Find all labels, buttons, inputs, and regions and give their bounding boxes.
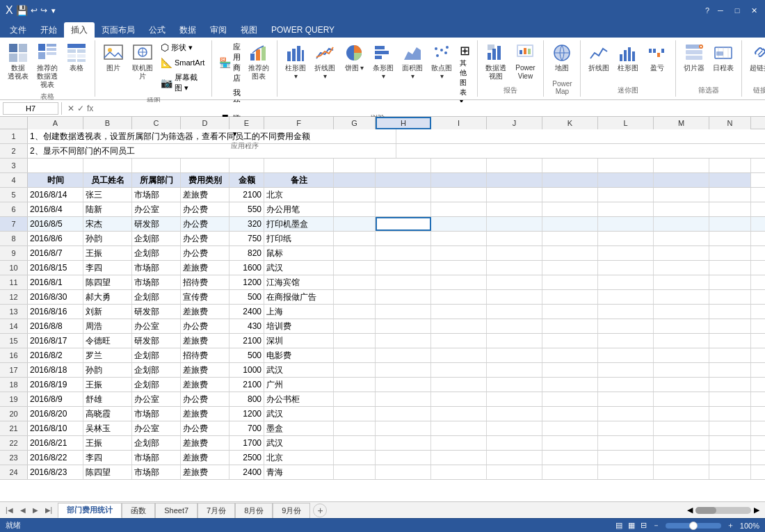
sheet-tab-dept[interactable]: 部门费用统计: [58, 503, 122, 518]
cell-H24[interactable]: [376, 465, 431, 479]
close-btn[interactable]: ✕: [748, 5, 759, 16]
cell-I10[interactable]: [431, 261, 487, 275]
cell-I7[interactable]: [431, 217, 487, 231]
cell-K8[interactable]: [542, 232, 598, 245]
cell-C4[interactable]: 所属部门: [132, 173, 181, 187]
cell-J22[interactable]: [487, 436, 542, 450]
power-view-btn[interactable]: PowerView: [511, 40, 539, 82]
cell-C13[interactable]: 研发部: [132, 305, 181, 319]
cell-M4[interactable]: [654, 173, 709, 187]
cell-F9[interactable]: 鼠标: [264, 246, 334, 260]
cell-H16[interactable]: [376, 348, 431, 362]
sheet-tab-sep[interactable]: 9月份: [273, 503, 310, 518]
cell-E24[interactable]: 2400: [230, 465, 264, 479]
cell-D16[interactable]: 招待费: [181, 348, 230, 362]
slicer-btn[interactable]: 切片器: [680, 40, 708, 74]
cell-E20[interactable]: 1200: [230, 407, 264, 421]
cell-K10[interactable]: [542, 261, 598, 275]
cell-C10[interactable]: 市场部: [132, 261, 181, 275]
cell-C11[interactable]: 市场部: [132, 275, 181, 289]
cell-M5[interactable]: [654, 188, 709, 202]
recommend-pivot-btn[interactable]: 推荐的数据透视表: [33, 40, 61, 90]
cell-C3[interactable]: [132, 159, 181, 172]
cell-M7[interactable]: [654, 217, 709, 231]
cell-F19[interactable]: 办公书柜: [264, 392, 334, 406]
help-btn[interactable]: ?: [705, 6, 709, 15]
cell-G10[interactable]: [334, 261, 376, 275]
sheet-tab-func[interactable]: 函数: [122, 503, 155, 518]
cell-I18[interactable]: [431, 378, 487, 392]
recommend-chart-btn[interactable]: 推荐的图表: [245, 40, 273, 82]
cell-B23[interactable]: 李四: [83, 451, 132, 465]
cell-E7[interactable]: 320: [230, 217, 264, 231]
cell-M21[interactable]: [654, 421, 709, 435]
cell-J14[interactable]: [487, 319, 542, 333]
cell-F7[interactable]: 打印机墨盒: [264, 217, 334, 231]
cell-K11[interactable]: [542, 275, 598, 289]
tab-view[interactable]: 视图: [234, 22, 264, 38]
cell-A19[interactable]: 2016/8/9: [28, 392, 83, 406]
cell-L17[interactable]: [598, 363, 654, 377]
cell-M10[interactable]: [654, 261, 709, 275]
cell-A15[interactable]: 2016/8/17: [28, 334, 83, 348]
col-header-D[interactable]: D: [181, 117, 230, 129]
hscroll-thumb[interactable]: [695, 507, 716, 514]
cell-M19[interactable]: [654, 392, 709, 406]
cell-M9[interactable]: [654, 246, 709, 260]
cell-H5[interactable]: [376, 188, 431, 202]
col-header-J[interactable]: J: [487, 117, 542, 129]
cell-L19[interactable]: [598, 392, 654, 406]
cell-J11[interactable]: [487, 275, 542, 289]
undo-btn[interactable]: ↩: [31, 6, 38, 15]
cell-B11[interactable]: 陈四望: [83, 275, 132, 289]
cell-D8[interactable]: 办公费: [181, 232, 230, 245]
view-break[interactable]: ⊟: [641, 521, 647, 530]
cell-I15[interactable]: [431, 334, 487, 348]
tab-nav-next[interactable]: ▶: [30, 505, 41, 515]
cell-G22[interactable]: [334, 436, 376, 450]
cell-N18[interactable]: [709, 378, 751, 392]
cell-F4[interactable]: 备注: [264, 173, 334, 187]
cell-F24[interactable]: 青海: [264, 465, 334, 479]
zoom-thumb[interactable]: [689, 522, 698, 530]
cell-J9[interactable]: [487, 246, 542, 260]
cell-D9[interactable]: 办公费: [181, 246, 230, 260]
tab-power-query[interactable]: POWER QUERY: [264, 22, 341, 38]
tab-insert[interactable]: 插入: [64, 22, 95, 38]
cell-H6[interactable]: [376, 202, 431, 216]
cell-A11[interactable]: 2016/8/1: [28, 275, 83, 289]
cell-N6[interactable]: [709, 202, 751, 216]
cell-B3[interactable]: [83, 159, 132, 172]
col-header-C[interactable]: C: [132, 117, 181, 129]
cell-C21[interactable]: 办公室: [132, 421, 181, 435]
cell-C16[interactable]: 企划部: [132, 348, 181, 362]
cell-N22[interactable]: [709, 436, 751, 450]
col-header-M[interactable]: M: [654, 117, 709, 129]
cell-N17[interactable]: [709, 363, 751, 377]
cell-B9[interactable]: 王振: [83, 246, 132, 260]
cell-G18[interactable]: [334, 378, 376, 392]
cell-A16[interactable]: 2016/8/2: [28, 348, 83, 362]
cell-A12[interactable]: 2016/8/30: [28, 290, 83, 304]
cell-E15[interactable]: 2100: [230, 334, 264, 348]
insert-function-icon[interactable]: fx: [87, 104, 93, 113]
cell-C23[interactable]: 市场部: [132, 451, 181, 465]
cell-J10[interactable]: [487, 261, 542, 275]
tab-data[interactable]: 数据: [172, 22, 203, 38]
scatter-chart-btn[interactable]: 散点图 ▾: [428, 40, 456, 82]
cell-M6[interactable]: [654, 202, 709, 216]
cell-E21[interactable]: 700: [230, 421, 264, 435]
cell-J12[interactable]: [487, 290, 542, 304]
cell-L10[interactable]: [598, 261, 654, 275]
hscroll-left[interactable]: ◀: [687, 506, 693, 515]
cell-K15[interactable]: [542, 334, 598, 348]
cell-I11[interactable]: [431, 275, 487, 289]
online-image-btn[interactable]: 联机图片: [129, 40, 156, 82]
cell-M14[interactable]: [654, 319, 709, 333]
cell-N24[interactable]: [709, 465, 751, 479]
cell-N3[interactable]: [709, 159, 751, 172]
cell-K18[interactable]: [542, 378, 598, 392]
sparkline-line-btn[interactable]: 折线图: [585, 40, 613, 74]
sparkline-bar-btn[interactable]: 柱形图: [614, 40, 642, 74]
cell-A10[interactable]: 2016/8/15: [28, 261, 83, 275]
